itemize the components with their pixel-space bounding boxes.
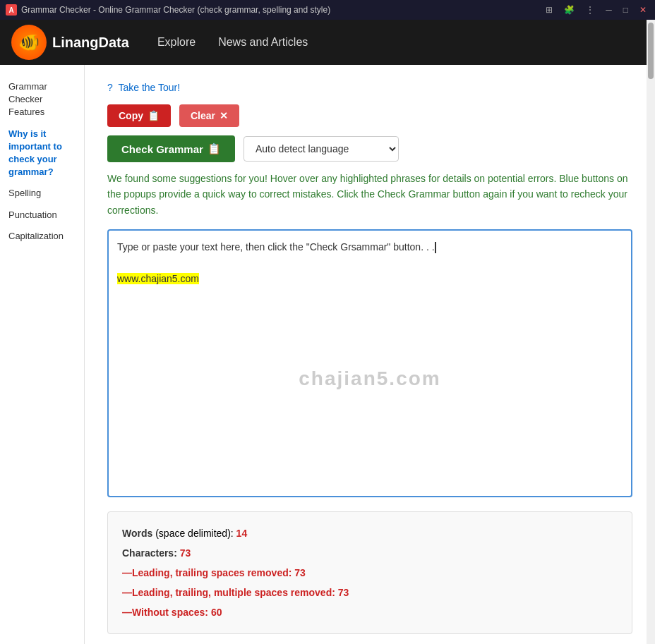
menu-icon[interactable]: ⋮	[583, 4, 597, 16]
words-sublabel: (space delimited):	[155, 528, 234, 539]
question-icon: ?	[107, 82, 113, 93]
leading-trailing-value: 73	[294, 567, 306, 578]
text-area-outer: Type or paste your text here, then click…	[107, 229, 632, 511]
leading-trailing-multiple-value: 73	[338, 587, 349, 598]
navbar-links: Explore News and Articles	[157, 36, 308, 49]
minimize-icon[interactable]: ─	[603, 4, 615, 16]
words-value: 14	[236, 528, 248, 539]
translate-icon[interactable]: ⊞	[543, 4, 555, 16]
stats-without-spaces-row: —Without spaces: 60	[122, 602, 618, 622]
text-cursor	[435, 242, 436, 253]
sidebar-item-punctuation[interactable]: Punctuation	[6, 205, 78, 226]
highlighted-url: www.chajian5.com	[117, 273, 199, 284]
stats-box: Words (space delimited): 14 Characters: …	[107, 511, 632, 634]
app-icon: A	[6, 4, 17, 16]
chars-label: Characters:	[122, 547, 177, 559]
page-scrollbar[interactable]	[647, 20, 655, 644]
without-spaces-label: —Without spaces:	[122, 607, 208, 618]
navbar-news[interactable]: News and Articles	[218, 36, 308, 49]
sidebar-item-why-check-grammar[interactable]: Why is it important to check your gramma…	[6, 123, 78, 183]
title-bar-text: Grammar Checker - Online Grammar Checker…	[21, 5, 539, 15]
main-layout: Grammar Checker Features Why is it impor…	[0, 65, 655, 644]
stats-words-row: Words (space delimited): 14	[122, 523, 618, 543]
copy-button[interactable]: Copy 📋	[107, 104, 171, 127]
puzzle-icon[interactable]: 🧩	[561, 4, 577, 16]
tour-link-label: Take the Tour!	[118, 82, 180, 93]
language-select[interactable]: Auto detect language English Spanish Fre…	[244, 136, 399, 162]
leading-trailing-label: —Leading, trailing spaces removed:	[122, 567, 292, 578]
chars-value: 73	[180, 547, 191, 559]
sidebar-item-spelling[interactable]: Spelling	[6, 183, 78, 204]
words-label: Words	[122, 528, 152, 539]
stats-chars-row: Characters: 73	[122, 543, 618, 563]
copy-clear-row: Copy 📋 Clear ✕	[107, 104, 632, 127]
maximize-icon[interactable]: □	[620, 4, 631, 16]
scrollbar-thumb	[648, 23, 654, 79]
without-spaces-value: 60	[211, 607, 222, 618]
navbar-explore[interactable]: Explore	[157, 36, 196, 49]
check-grammar-row: Check Grammar 📋 Auto detect language Eng…	[107, 135, 632, 162]
copy-icon: 📋	[148, 110, 160, 121]
sidebar-item-grammar-checker-features[interactable]: Grammar Checker Features	[6, 76, 78, 123]
content-area: ? Take the Tour! Copy 📋 Clear ✕ Check Gr…	[85, 65, 655, 644]
clear-label: Clear	[191, 110, 215, 121]
stats-leading-trailing-multiple-row: —Leading, trailing, multiple spaces remo…	[122, 583, 618, 602]
navbar: 🐠 LinangData Explore News and Articles	[0, 20, 655, 65]
title-bar: A Grammar Checker - Online Grammar Check…	[0, 0, 655, 20]
copy-label: Copy	[119, 110, 143, 121]
check-label: Check Grammar	[121, 143, 203, 155]
leading-trailing-multiple-label: —Leading, trailing, multiple spaces remo…	[122, 587, 335, 598]
tour-link[interactable]: ? Take the Tour!	[107, 82, 632, 93]
textarea-placeholder: Type or paste your text here, then click…	[117, 241, 435, 253]
close-icon[interactable]: ✕	[637, 4, 649, 16]
title-bar-controls: ⊞ 🧩 ⋮ ─ □ ✕	[543, 4, 649, 16]
text-area-content[interactable]: Type or paste your text here, then click…	[117, 239, 623, 286]
navbar-logo: 🐠	[11, 25, 47, 60]
sidebar: Grammar Checker Features Why is it impor…	[0, 65, 85, 644]
check-grammar-button[interactable]: Check Grammar 📋	[107, 135, 235, 162]
stats-leading-trailing-row: —Leading, trailing spaces removed: 73	[122, 563, 618, 583]
text-area-wrapper[interactable]: Type or paste your text here, then click…	[107, 229, 632, 497]
suggestion-text: We found some suggestions for you! Hover…	[107, 171, 632, 218]
clear-button[interactable]: Clear ✕	[179, 104, 239, 127]
sidebar-item-capitalization[interactable]: Capitalization	[6, 226, 78, 247]
check-icon: 📋	[208, 142, 221, 155]
navbar-brand[interactable]: LinangData	[52, 35, 129, 51]
clear-icon: ✕	[220, 110, 228, 121]
watermark: chajian5.com	[299, 367, 440, 390]
